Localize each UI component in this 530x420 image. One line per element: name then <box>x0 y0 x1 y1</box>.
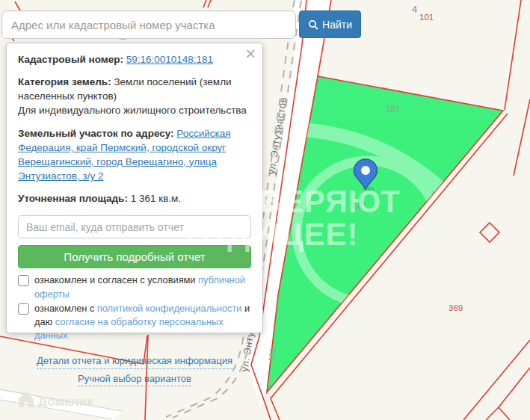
parcel-address-row: Земельный участок по адресу: Российская … <box>18 126 251 184</box>
popup-bottom-links: Детали отчета и юридическая информация Р… <box>18 353 251 388</box>
land-category-row: Категория земель: Земли поселений (земли… <box>18 75 251 117</box>
label-parcel-101: 101 <box>419 13 434 22</box>
privacy-policy-link[interactable]: политикой конфиденциальности <box>97 303 242 314</box>
email-input[interactable] <box>18 215 251 238</box>
parcel-area-row: Уточненная площадь: 1 361 кв.м. <box>18 191 251 206</box>
consent-offer-checkbox[interactable] <box>18 275 29 286</box>
domclick-logo-text: Домклик <box>38 395 93 409</box>
label-parcel-181-pin: 181 <box>353 201 367 210</box>
land-category-label: Категория земель: <box>18 76 111 87</box>
label-parcel-181: 181 <box>386 105 400 114</box>
find-button[interactable]: Найти <box>299 10 361 38</box>
label-house-4: 4 <box>412 4 417 15</box>
close-icon[interactable]: × <box>246 46 256 63</box>
label-parcel-369: 369 <box>449 303 463 312</box>
manual-selection-link[interactable]: Ручной выбор вариантов <box>78 372 191 386</box>
cadastral-number-link[interactable]: 59:16:0010148:181 <box>126 54 213 65</box>
cadastral-number-row: Кадастровый номер: 59:16:0010148:181 <box>18 52 251 67</box>
report-details-link[interactable]: Детали отчета и юридическая информация <box>37 354 232 368</box>
consent-offer-text: ознакомлен и согласен с условиями публич… <box>34 274 251 300</box>
parcel-area-label: Уточненная площадь: <box>18 193 128 204</box>
personal-data-link[interactable]: согласие на обработку персональных данны… <box>34 316 224 341</box>
consent-privacy-text-part1: ознакомлен с <box>34 303 94 314</box>
land-usage-value: Для индивидуального жилищного строительс… <box>18 105 247 116</box>
search-input[interactable] <box>1 10 296 39</box>
get-report-button-label: Получить подробный отчет <box>64 249 205 265</box>
pin-hole <box>361 166 370 175</box>
consent-offer-row: ознакомлен и согласен с условиями публич… <box>18 274 251 300</box>
cadastral-number-label: Кадастровый номер: <box>18 54 123 65</box>
consent-offer-text-part: ознакомлен и согласен с условиями <box>34 274 196 285</box>
consent-privacy-checkbox[interactable] <box>18 303 29 315</box>
parcel-area-value: 1 361 кв.м. <box>131 193 181 204</box>
get-report-button[interactable]: Получить подробный отчет <box>18 245 251 268</box>
parcel-info-popup: × Кадастровый номер: 59:16:0010148:181 К… <box>6 43 263 333</box>
find-button-label: Найти <box>322 19 352 31</box>
parcel-address-label: Земельный участок по адресу: <box>18 128 174 139</box>
consent-privacy-row: ознакомлен с политикой конфиденциальност… <box>18 302 251 342</box>
consent-privacy-text: ознакомлен с политикой конфиденциальност… <box>34 302 251 342</box>
search-icon <box>308 19 318 30</box>
